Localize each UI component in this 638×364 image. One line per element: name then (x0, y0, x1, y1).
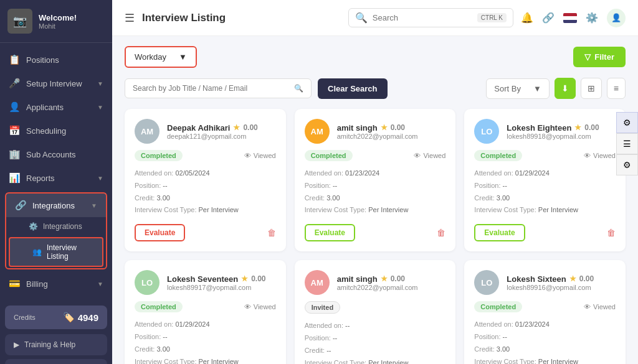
clear-search-button[interactable]: Clear Search (318, 78, 388, 99)
viewed-badge-3: 👁 Viewed (584, 152, 616, 159)
integrations-section: 🔗 Integrations ▼ ⚙️ Integrations 👥 Inter… (5, 192, 107, 269)
sort-by-label: Sort By (494, 84, 521, 93)
sidebar-subitem-interview-listing[interactable]: 👥 Interview Listing (9, 237, 103, 267)
sidebar-subitem-integrations-label: Integrations (43, 222, 82, 231)
page-title: Interview Listing (142, 12, 226, 24)
delete-icon-3[interactable]: 🗑 (607, 228, 616, 238)
sidebar-subitem-interview-listing-label: Interview Listing (47, 243, 93, 261)
integrations-subitem-icon: ⚙️ (29, 222, 38, 231)
card-avatar-4: LO (135, 270, 160, 295)
global-search-bar[interactable]: 🔍 CTRL K (348, 8, 513, 27)
evaluate-button-2[interactable]: Evaluate (305, 224, 355, 241)
sort-chevron-icon: ▼ (533, 84, 541, 93)
status-row-3: Completed 👁 Viewed (474, 150, 616, 161)
sidebar-item-label-setup: Setup Interview (26, 79, 82, 88)
card-header-3: LO Lokesh Eighteen ★ 0.00 lokesh89918@yo… (474, 119, 616, 144)
status-row-1: Completed 👁 Viewed (135, 150, 276, 161)
list-view-btn[interactable]: ≡ (607, 78, 626, 99)
credits-tag-icon: 🏷️ (63, 312, 75, 323)
applicants-arrow-icon: ▼ (97, 104, 103, 111)
sort-area: Sort By ▼ ⬇ ⊞ ≡ (486, 78, 626, 99)
status-badge-2: Completed (305, 150, 353, 161)
right-panel-icon-3[interactable]: ⚙ (616, 154, 638, 175)
evaluate-button-3[interactable]: Evaluate (474, 224, 525, 241)
rating-4: 0.00 (251, 274, 265, 283)
viewed-badge-1: 👁 Viewed (244, 152, 276, 159)
sidebar-username: Welcome! (39, 13, 77, 22)
filter-button[interactable]: ▽ Filter (573, 47, 626, 67)
sidebar-item-setup-interview[interactable]: 🎤 Setup Interview ▼ (0, 72, 112, 95)
card-name-5: amit singh ★ 0.00 (337, 274, 446, 284)
sidebar-item-reports[interactable]: 📊 Reports ▼ (0, 166, 112, 190)
card-avatar-6: LO (474, 270, 499, 295)
star-icon-2: ★ (381, 123, 388, 132)
card-actions-2: Evaluate 🗑 (305, 224, 446, 241)
notification-bell-icon[interactable]: 🔔 (521, 12, 533, 24)
search-row: 🔍 Clear Search Sort By ▼ ⬇ ⊞ ≡ (125, 78, 626, 99)
delete-icon-2[interactable]: 🗑 (437, 228, 445, 238)
card-info-6: Lokesh Sixteen ★ 0.00 lokesh89916@yopmai… (507, 274, 616, 291)
billing-icon: 💳 (9, 278, 21, 289)
card-details-6: Attended on: 01/23/2024 Position: -- Cre… (474, 319, 616, 364)
interview-card-1: AM Deepak Adhikari ★ 0.00 deepak121@yopm… (125, 109, 286, 251)
job-search-input[interactable] (133, 84, 289, 93)
sidebar-item-scheduling[interactable]: 📅 Scheduling (0, 119, 112, 142)
flag-icon[interactable] (563, 13, 577, 23)
interview-card-4: LO Lokesh Seventeen ★ 0.00 lokesh89917@y… (125, 260, 286, 364)
sidebar-item-positions[interactable]: 📋 Positions (0, 48, 112, 72)
sidebar-item-sub-accounts[interactable]: 🏢 Sub Accounts (0, 142, 112, 166)
right-panel-icon-1[interactable]: ⚙ (616, 112, 638, 133)
global-search-input[interactable] (373, 13, 472, 22)
card-name-1: Deepak Adhikari ★ 0.00 (167, 123, 276, 133)
card-avatar-1: AM (135, 119, 160, 144)
keyboard-shortcuts-button[interactable]: ⌨️ Keyboard Shortcuts (5, 359, 107, 364)
sidebar-item-billing[interactable]: 💳 Billing ▼ (0, 272, 112, 296)
job-search-field[interactable]: 🔍 (125, 78, 312, 98)
viewed-badge-6: 👁 Viewed (584, 303, 616, 310)
sidebar-item-label-scheduling: Scheduling (26, 126, 66, 136)
card-email-6: lokesh89916@yopmail.com (507, 284, 616, 291)
link-icon[interactable]: 🔗 (542, 12, 555, 24)
credits-section: Credits 🏷️ 4949 (5, 306, 107, 329)
status-row-5: Invited (305, 301, 446, 314)
download-view-btn[interactable]: ⬇ (555, 78, 576, 99)
rating-1: 0.00 (243, 123, 257, 132)
main-content: ☰ Interview Listing 🔍 CTRL K 🔔 🔗 ⚙️ 👤 Wo… (112, 0, 638, 364)
sidebar-item-applicants[interactable]: 👤 Applicants ▼ (0, 95, 112, 119)
setup-arrow-icon: ▼ (97, 80, 103, 87)
card-name-2: amit singh ★ 0.00 (337, 123, 446, 133)
evaluate-button-1[interactable]: Evaluate (135, 224, 185, 241)
sidebar-header: 📷 Welcome! Mohit (0, 0, 112, 43)
card-actions-1: Evaluate 🗑 (135, 224, 276, 241)
sort-by-dropdown[interactable]: Sort By ▼ (486, 78, 550, 99)
training-help-button[interactable]: ▶ Training & Help (5, 334, 107, 355)
rating-2: 0.00 (391, 123, 405, 132)
rating-6: 0.00 (579, 274, 594, 283)
interview-card-5: AM amit singh ★ 0.00 amitch2022@yopmail.… (295, 260, 456, 364)
workday-dropdown[interactable]: Workday ▼ (125, 46, 197, 68)
rating-5: 0.00 (391, 274, 405, 283)
eye-icon-4: 👁 (244, 303, 251, 310)
topbar-left: ☰ Interview Listing (125, 11, 226, 25)
gear-icon[interactable]: ⚙️ (586, 12, 598, 24)
card-details-4: Attended on: 01/29/2024 Position: -- Cre… (135, 319, 276, 364)
viewed-badge-4: 👁 Viewed (244, 303, 276, 310)
card-actions-3: Evaluate 🗑 (474, 224, 616, 241)
delete-icon-1[interactable]: 🗑 (267, 228, 276, 238)
card-avatar-5: AM (305, 270, 330, 295)
billing-arrow-icon: ▼ (97, 281, 103, 287)
hamburger-icon[interactable]: ☰ (125, 11, 135, 25)
card-info-2: amit singh ★ 0.00 amitch2022@yopmail.com (337, 123, 446, 140)
right-panel-icon-2[interactable]: ☰ (616, 133, 638, 154)
card-avatar-2: AM (305, 119, 330, 144)
cards-grid: AM Deepak Adhikari ★ 0.00 deepak121@yopm… (125, 109, 626, 364)
sidebar-item-label-sub-accounts: Sub Accounts (26, 150, 76, 159)
card-details-2: Attended on: 01/23/2024 Position: -- Cre… (305, 167, 446, 217)
training-icon: ▶ (14, 340, 19, 349)
sidebar-item-integrations[interactable]: 🔗 Integrations ▼ (6, 194, 106, 217)
sidebar-subitem-integrations[interactable]: ⚙️ Integrations (6, 217, 106, 236)
user-avatar-top[interactable]: 👤 (607, 9, 626, 27)
grid-view-btn[interactable]: ⊞ (581, 78, 602, 99)
right-panel: ⚙ ☰ ⚙ (616, 112, 638, 175)
training-label: Training & Help (24, 340, 75, 349)
